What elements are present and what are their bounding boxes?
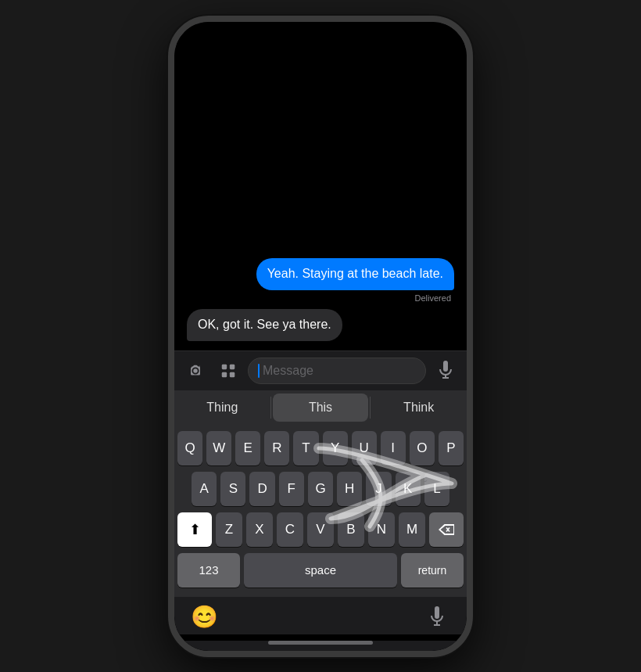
phone-frame: Yeah. Staying at the beach late. Deliver… <box>168 16 473 657</box>
messages-area: Yeah. Staying at the beach late. Deliver… <box>174 22 467 350</box>
svg-rect-3 <box>230 372 235 376</box>
key-a[interactable]: A <box>192 472 217 506</box>
key-p[interactable]: P <box>439 431 464 465</box>
svg-rect-1 <box>230 364 235 368</box>
sent-bubble: Yeah. Staying at the beach late. <box>256 258 454 290</box>
mic-button[interactable] <box>423 603 451 631</box>
message-placeholder: Message <box>263 364 313 378</box>
key-q[interactable]: Q <box>177 431 202 465</box>
shift-key[interactable]: ⬆ <box>177 512 212 547</box>
home-indicator-container <box>174 641 467 651</box>
key-row-1: Q W E R T Y U I O P <box>177 431 464 465</box>
key-x[interactable]: X <box>246 512 273 547</box>
message-input[interactable]: Message <box>248 358 426 384</box>
numbers-key[interactable]: 123 <box>177 553 240 588</box>
key-w[interactable]: W <box>206 431 231 465</box>
bottom-bar: 😊 <box>174 597 467 634</box>
key-d[interactable]: D <box>249 472 274 506</box>
camera-button[interactable] <box>182 358 209 384</box>
pred-item-think[interactable]: Think <box>371 390 467 425</box>
pred-divider-1 <box>270 397 271 419</box>
key-row-3: ⬆ Z X C V B N M <box>177 512 464 547</box>
pred-item-this[interactable]: This <box>273 393 369 422</box>
key-n[interactable]: N <box>368 512 395 547</box>
key-h[interactable]: H <box>337 472 362 506</box>
home-indicator <box>268 641 373 645</box>
key-i[interactable]: I <box>381 431 406 465</box>
key-j[interactable]: J <box>366 472 391 506</box>
apps-button[interactable] <box>215 358 242 384</box>
key-f[interactable]: F <box>279 472 304 506</box>
message-row-sent: Yeah. Staying at the beach late. <box>187 258 454 290</box>
received-bubble: OK, got it. See ya there. <box>187 309 342 341</box>
svg-rect-7 <box>435 606 439 619</box>
key-e[interactable]: E <box>235 431 260 465</box>
svg-rect-0 <box>222 364 227 368</box>
key-c[interactable]: C <box>277 512 303 547</box>
key-u[interactable]: U <box>352 431 377 465</box>
key-v[interactable]: V <box>307 512 334 547</box>
key-row-2: A S D F G H J K L <box>177 472 464 506</box>
key-t[interactable]: T <box>293 431 318 465</box>
delivered-status: Delivered <box>187 293 454 303</box>
emoji-button[interactable]: 😊 <box>190 603 218 631</box>
phone-inner: Yeah. Staying at the beach late. Deliver… <box>174 22 467 651</box>
pred-item-thing[interactable]: Thing <box>174 390 270 425</box>
return-key[interactable]: return <box>401 553 464 588</box>
voice-input-button[interactable] <box>432 358 459 384</box>
key-k[interactable]: K <box>396 472 421 506</box>
key-r[interactable]: R <box>264 431 289 465</box>
key-z[interactable]: Z <box>216 512 242 547</box>
key-y[interactable]: Y <box>323 431 348 465</box>
key-s[interactable]: S <box>220 472 245 506</box>
predictive-bar: Thing This Think <box>174 390 467 425</box>
keyboard: Q W E R T Y U I O P A S D F G H J K <box>174 425 467 597</box>
key-b[interactable]: B <box>338 512 364 547</box>
text-cursor <box>258 364 260 378</box>
input-bar: Message <box>174 350 467 390</box>
key-o[interactable]: O <box>410 431 435 465</box>
message-row-received: OK, got it. See ya there. <box>187 309 454 341</box>
key-row-4: 123 space return <box>177 553 464 588</box>
space-key[interactable]: space <box>244 553 397 588</box>
key-g[interactable]: G <box>308 472 333 506</box>
key-m[interactable]: M <box>399 512 425 547</box>
key-l[interactable]: L <box>424 472 449 506</box>
svg-rect-2 <box>222 372 227 376</box>
backspace-key[interactable] <box>429 512 464 547</box>
svg-rect-4 <box>443 361 448 372</box>
